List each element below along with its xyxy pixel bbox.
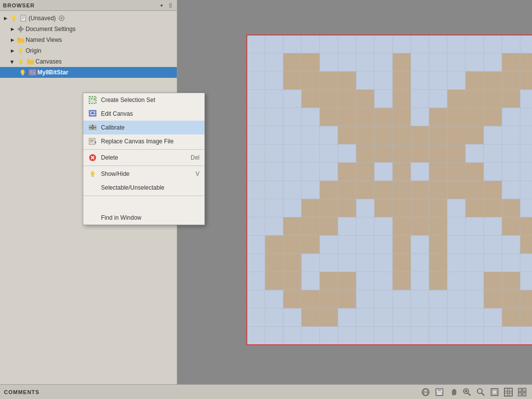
svg-rect-161 xyxy=(320,144,338,163)
svg-rect-151 xyxy=(466,126,484,144)
svg-rect-88 xyxy=(301,71,320,90)
svg-rect-160 xyxy=(301,144,320,163)
svg-rect-301 xyxy=(247,290,265,308)
hand-tool[interactable] xyxy=(447,387,459,398)
svg-rect-325 xyxy=(356,308,374,327)
menu-item-find-window[interactable] xyxy=(83,197,204,211)
svg-rect-199 xyxy=(356,181,374,199)
svg-rect-217 xyxy=(356,199,374,217)
svg-rect-75 xyxy=(393,53,411,71)
menu-item-delete[interactable]: Delete Del xyxy=(83,151,204,165)
svg-rect-321 xyxy=(283,308,301,327)
tree-arrow-doc-settings: ▶ xyxy=(9,26,16,33)
svg-rect-242 xyxy=(484,217,502,235)
svg-rect-277 xyxy=(466,254,484,272)
svg-rect-116 xyxy=(484,90,502,108)
svg-rect-92 xyxy=(374,71,393,90)
svg-rect-175 xyxy=(247,163,265,181)
svg-rect-334 xyxy=(520,308,532,327)
svg-rect-68 xyxy=(265,53,283,71)
grid-tool[interactable] xyxy=(502,387,514,398)
svg-point-7 xyxy=(61,17,63,19)
svg-rect-87 xyxy=(283,71,301,90)
svg-rect-213 xyxy=(283,199,301,217)
svg-rect-276 xyxy=(447,254,466,272)
svg-rect-142 xyxy=(301,126,320,144)
svg-rect-211 xyxy=(247,199,265,217)
svg-rect-188 xyxy=(484,163,502,181)
svg-rect-244 xyxy=(520,217,532,235)
svg-rect-143 xyxy=(320,126,338,144)
svg-rect-179 xyxy=(320,163,338,181)
tree-label-canvases: Canvases xyxy=(35,58,62,65)
tree-item-named-views[interactable]: ▶ Named Views xyxy=(0,34,177,45)
svg-rect-183 xyxy=(393,163,411,181)
svg-rect-287 xyxy=(320,272,338,290)
tree-item-my8bitstar[interactable]: My8BitStar xyxy=(0,67,177,78)
svg-rect-324 xyxy=(338,308,356,327)
svg-rect-70 xyxy=(301,53,320,71)
save-tool[interactable] xyxy=(433,387,445,398)
svg-rect-256 xyxy=(411,235,429,254)
svg-rect-290 xyxy=(374,272,393,290)
svg-rect-130 xyxy=(411,108,429,126)
svg-rect-202 xyxy=(411,181,429,199)
tree-item-document-settings[interactable]: ▶ Document Settings xyxy=(0,24,177,34)
svg-rect-162 xyxy=(338,144,356,163)
frame-tool[interactable] xyxy=(489,387,500,398)
menu-item-edit-canvas[interactable]: Edit Canvas xyxy=(83,107,204,121)
svg-rect-285 xyxy=(283,272,301,290)
svg-rect-99 xyxy=(502,71,520,90)
menu-item-show-hide[interactable]: Show/Hide V xyxy=(83,167,204,181)
svg-rect-96 xyxy=(447,71,466,90)
svg-rect-330 xyxy=(447,308,466,327)
minimize-icon[interactable]: ● xyxy=(158,2,165,9)
svg-rect-165 xyxy=(393,144,411,163)
pin-icon[interactable]: || xyxy=(167,2,174,9)
tree-item-root[interactable]: ▶ (Unsaved) xyxy=(0,13,177,24)
svg-rect-94 xyxy=(411,71,429,90)
menu-label-edit-canvas: Edit Canvas xyxy=(101,110,200,117)
browser-header: BROWSER ● || xyxy=(0,0,177,11)
svg-line-367 xyxy=(482,393,484,396)
svg-rect-341 xyxy=(320,327,338,345)
svg-rect-342 xyxy=(338,327,356,345)
svg-rect-265 xyxy=(247,254,265,272)
svg-rect-149 xyxy=(429,126,447,144)
svg-rect-313 xyxy=(466,290,484,308)
svg-rect-344 xyxy=(374,327,393,345)
menu-item-create-selection-set[interactable]: Create Selection Set xyxy=(83,93,204,107)
menu-item-find-timeline[interactable]: Find in Window xyxy=(83,211,204,225)
svg-rect-348 xyxy=(447,327,466,345)
globe-tool[interactable] xyxy=(420,387,432,398)
svg-rect-109 xyxy=(356,90,374,108)
svg-rect-108 xyxy=(338,90,356,108)
svg-rect-259 xyxy=(466,235,484,254)
menu-item-calibrate[interactable]: Calibrate xyxy=(83,121,204,134)
layout-tool[interactable] xyxy=(516,387,528,398)
tree-arrow-origin: ▶ xyxy=(9,47,16,54)
search-tool[interactable] xyxy=(475,387,487,398)
svg-point-9 xyxy=(20,29,22,30)
svg-rect-49 xyxy=(247,35,265,53)
svg-rect-215 xyxy=(320,199,338,217)
svg-rect-207 xyxy=(502,181,520,199)
svg-rect-307 xyxy=(356,290,374,308)
svg-rect-52 xyxy=(301,35,320,53)
menu-item-selectable-unselectable[interactable]: Selectable/Unselectable xyxy=(83,181,204,195)
canvas-viewport xyxy=(241,30,532,384)
menu-item-replace-canvas-image[interactable]: Replace Canvas Image File xyxy=(83,134,204,148)
svg-rect-129 xyxy=(393,108,411,126)
zoom-tool[interactable] xyxy=(461,387,473,398)
svg-rect-283 xyxy=(247,272,265,290)
svg-rect-229 xyxy=(247,217,265,235)
svg-rect-223 xyxy=(466,199,484,217)
svg-rect-22 xyxy=(27,59,30,61)
menu-label-calibrate: Calibrate xyxy=(101,124,200,131)
tree-item-canvases[interactable]: ▶ Canvases xyxy=(0,56,177,67)
svg-rect-320 xyxy=(265,308,283,327)
tree-item-origin[interactable]: ▶ Origin xyxy=(0,45,177,56)
svg-rect-168 xyxy=(447,144,466,163)
svg-rect-288 xyxy=(338,272,356,290)
svg-rect-166 xyxy=(411,144,429,163)
